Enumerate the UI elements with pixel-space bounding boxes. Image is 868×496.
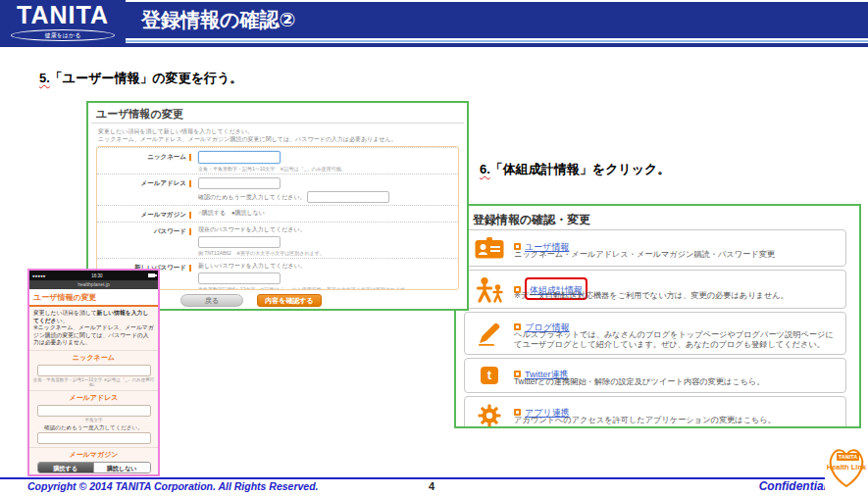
menu-card-list: ユーザ情報 ニックネーム・メールアドレス・メールマガジン購読・パスワード変更 体… xyxy=(464,229,846,428)
new-password-caption: 半角英数字記号6〜12文字 ※記号は「_」のみ使用可能。英字の大文字小文字は区別… xyxy=(198,286,458,290)
email-confirm-caption: 確認のためもう一度入力してください。 xyxy=(198,194,306,200)
mobile-description: 変更したい項目を消して新しい情報を入力してください。 ※ニックネーム、メールアド… xyxy=(29,307,158,350)
mobile-form-screenshot: ●●●●● 16:30 healthplanet.jp ユーザ情報の変更 変更し… xyxy=(27,269,160,476)
nickname-input[interactable] xyxy=(198,151,281,164)
mobile-mailmag-section: メールマガジン 購読する 購読しない xyxy=(29,447,158,475)
email-label: メールアドレス xyxy=(97,177,191,203)
tanita-logo: TANITA 健康をはかる xyxy=(0,0,126,47)
menu-card-blog[interactable]: ブログ情報 ヘルスプラネットでは、みなさんのブログをトップページやブログパーツ説… xyxy=(464,312,846,355)
blog-info-desc: ヘルスプラネットでは、みなさんのブログをトップページやブログパーツ説明ページにて… xyxy=(514,330,838,350)
mailmag-subscribe-label[interactable]: 購読する xyxy=(202,210,226,216)
square-bullet-icon xyxy=(514,409,521,416)
required-mark xyxy=(189,154,191,161)
mobile-desc1-post: い。 xyxy=(57,318,69,323)
required-mark xyxy=(189,212,191,219)
app-desc: アカウントへのアクセスを許可したアプリケーションの変更はこちら。 xyxy=(514,416,838,425)
slide-page: TANITA 健康をはかる 登録情報の確認② 5.「ユーザー情報」の変更を行う。… xyxy=(0,0,868,496)
mailmag-label: メールマガジン xyxy=(97,209,191,220)
copyright-text: Copyright © 2014 TANITA Corporation. All… xyxy=(27,480,319,492)
form-description: 変更したい項目を消して新しい情報を入力してください。 ニックネーム、メールアドレ… xyxy=(98,127,461,143)
mobile-email-caption: 半角文字 xyxy=(29,418,158,423)
confirm-button[interactable]: 内容を確認する xyxy=(257,294,322,307)
page-number: 4 xyxy=(412,480,451,492)
password-label: パスワード xyxy=(97,225,191,256)
password-hint: 現在のパスワードを入力してください。 xyxy=(198,225,458,234)
square-bullet-icon xyxy=(514,286,521,293)
page-title: 登録情報の確認② xyxy=(126,2,868,38)
people-icon xyxy=(473,276,506,303)
mobile-email-confirm-input[interactable] xyxy=(37,432,151,444)
battery-icon xyxy=(148,273,155,277)
step5-text: 「ユーザー情報」の変更を行う。 xyxy=(50,71,243,85)
password-caption: 例:TNT12AB62 ※英字の大文字小文字は区別されます。 xyxy=(198,250,458,256)
mobile-nickname-caption: 全角・半角英数字・記号1〜10文字 ※記号は「_」のみ使用可能。 xyxy=(29,377,158,388)
mobile-email-label: メールアドレス xyxy=(29,391,158,404)
app-desc-link[interactable]: アプリケーションの開発者の方はこちら。 xyxy=(514,426,838,428)
header-divider-dark xyxy=(126,43,868,47)
form-title: ユーザ情報の変更 xyxy=(96,107,183,122)
mobile-mailmag-label: メールマガジン xyxy=(29,448,158,461)
nickname-caption: 全角・半角英数字・記号1〜10文字 ※記号は「_」のみ使用可能。 xyxy=(198,166,458,172)
footer-divider xyxy=(0,477,827,479)
form-description-line1: 変更したい項目を消して新しい情報を入力してください。 xyxy=(98,127,461,135)
menu-card-body-composition[interactable]: 体組成計情報 ※データ自動転送対応機器をご利用でない方は、変更の必要はありません… xyxy=(464,270,846,309)
body-composition-desc: ※データ自動転送対応機器をご利用でない方は、変更の必要はありません。 xyxy=(514,291,838,301)
signal-dots-icon: ●●●●● xyxy=(32,273,46,278)
required-mark xyxy=(189,228,191,235)
form-title-divider xyxy=(91,123,464,124)
nickname-label: ニックネーム xyxy=(97,151,191,172)
email-confirm-input[interactable] xyxy=(307,191,389,203)
step6-instruction: 6.「体組成計情報」をクリック。 xyxy=(480,161,670,178)
nickname-row: ニックネーム 全角・半角英数字・記号1〜10文字 ※記号は「_」のみ使用可能。 xyxy=(97,147,458,174)
mobile-email-section: メールアドレス 半角文字 確認のためもう一度入力してください。 xyxy=(29,390,158,448)
mobile-nickname-input[interactable] xyxy=(37,365,151,376)
step6-number: 6. xyxy=(480,162,490,176)
mobile-email-input[interactable] xyxy=(37,405,151,417)
step5-number: 5. xyxy=(39,71,50,85)
mobile-mailmag-toggle: 購読する 購読しない xyxy=(37,462,151,473)
health-link-logo: TANITA Health Link xyxy=(825,442,868,491)
password-row: パスワード 現在のパスワードを入力してください。 例:TNT12AB62 ※英字… xyxy=(97,222,458,258)
square-bullet-icon xyxy=(514,243,521,250)
menu-card-twitter[interactable]: t Twitter連携 Twitterとの連携開始・解除の設定及びツイート内容の… xyxy=(464,358,846,393)
step5-instruction: 5.「ユーザー情報」の変更を行う。 xyxy=(39,70,242,87)
mobile-form-title: ユーザ情報の変更 xyxy=(29,289,158,307)
mailmag-row: メールマガジン ○購読する ●購読しない xyxy=(97,205,458,222)
square-bullet-icon xyxy=(514,371,521,377)
gear-icon xyxy=(473,404,506,427)
mobile-desc1-pre: 変更したい項目を消して xyxy=(33,310,97,316)
pencil-icon xyxy=(473,321,506,346)
square-bullet-icon xyxy=(514,323,521,330)
twitter-desc: Twitterとの連携開始・解除の設定及びツイート内容の変更はこちら。 xyxy=(514,377,838,387)
form-description-line2: ニックネーム、メールアドレス、メールマガジン購読の変更に関しては、パスワードの入… xyxy=(98,135,461,143)
confidential-label: Confidential xyxy=(721,479,827,493)
email-input[interactable] xyxy=(198,177,281,189)
step6-text: 「体組成計情報」をクリック。 xyxy=(490,162,671,176)
header-divider-light xyxy=(126,40,868,42)
tanita-logo-text: TANITA xyxy=(0,2,126,28)
status-time: 16:30 xyxy=(91,273,102,278)
mobile-nickname-label: ニックネーム xyxy=(29,351,158,364)
new-password-hint: 新しいパスワードを入力してください。 xyxy=(198,262,458,271)
health-link-logo-text: Health Link xyxy=(827,463,867,471)
back-button[interactable]: 戻る xyxy=(180,294,243,307)
mobile-url-bar[interactable]: healthplanet.jp xyxy=(29,280,158,289)
mobile-subscribe-button[interactable]: 購読する xyxy=(38,463,94,472)
twitter-icon: t xyxy=(473,367,506,384)
health-link-logo-tanita: TANITA xyxy=(839,454,857,460)
email-row: メールアドレス 確認のためもう一度入力してください。 xyxy=(97,174,458,205)
mobile-nickname-section: ニックネーム 全角・半角英数字・記号1〜10文字 ※記号は「_」のみ使用可能。 xyxy=(29,350,158,390)
password-input[interactable] xyxy=(198,236,281,248)
new-password-input[interactable] xyxy=(198,273,281,284)
menu-card-user-info[interactable]: ユーザ情報 ニックネーム・メールアドレス・メールマガジン購読・パスワード変更 xyxy=(464,229,846,267)
mobile-password-section: パスワード 現在のパスワード xyxy=(29,475,158,476)
registration-menu-screenshot: 登録情報の確認・変更 ユーザ情報 ニックネーム・メールアドレス・メールマガジン購… xyxy=(454,204,861,428)
mailmag-unsubscribe-label[interactable]: 購読しない xyxy=(235,210,265,216)
required-mark xyxy=(189,180,191,187)
mobile-status-bar: ●●●●● 16:30 xyxy=(29,271,158,280)
menu-card-app[interactable]: アプリ連携 アカウントへのアクセスを許可したアプリケーションの変更はこちら。 ア… xyxy=(464,396,846,428)
mobile-unsubscribe-button[interactable]: 購読しない xyxy=(93,463,150,472)
tanita-logo-tagline: 健康をはかる xyxy=(11,29,115,41)
user-info-desc: ニックネーム・メールアドレス・メールマガジン購読・パスワード変更 xyxy=(514,250,838,260)
menu-title: 登録情報の確認・変更 xyxy=(464,212,590,228)
